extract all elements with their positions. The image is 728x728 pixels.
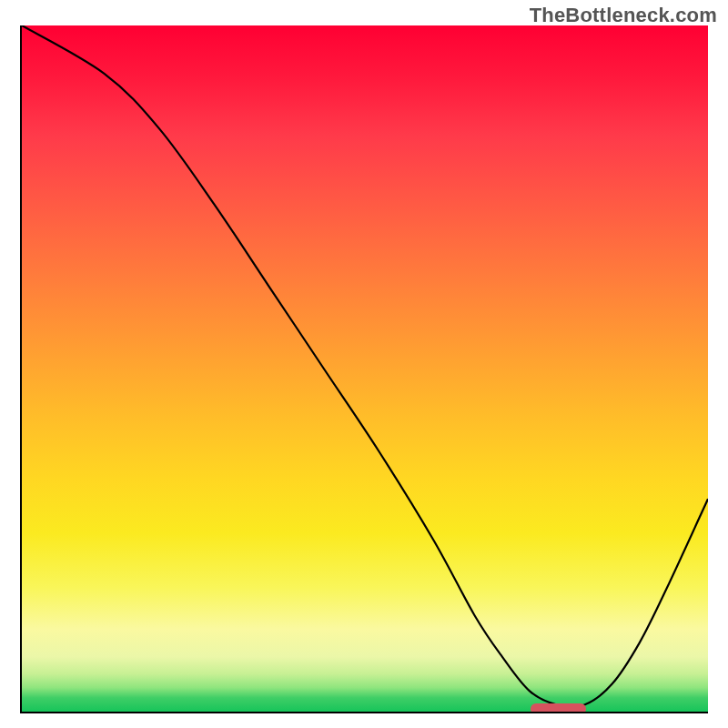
plot-area (20, 25, 708, 713)
chart-container: TheBottleneck.com (0, 0, 728, 728)
curve-path (22, 25, 708, 707)
watermark-label: TheBottleneck.com (530, 4, 717, 27)
optimal-range-marker (531, 703, 585, 713)
bottleneck-curve (22, 25, 708, 712)
